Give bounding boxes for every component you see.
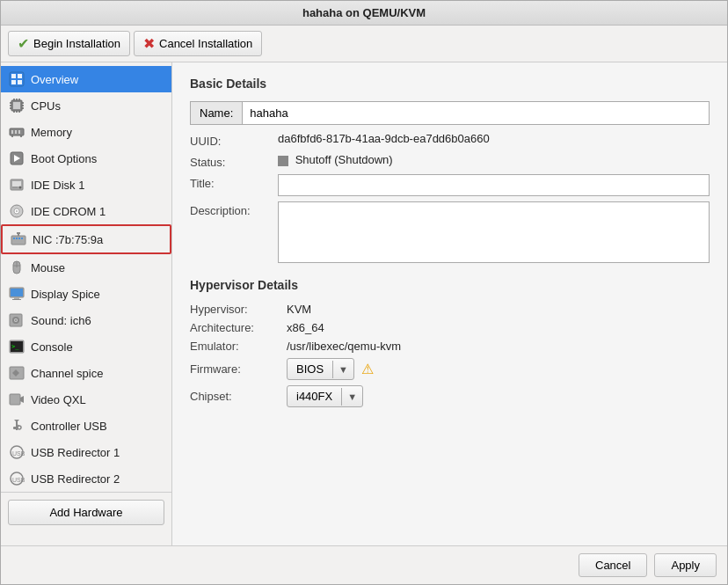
main-content: Overview <box>1 62 727 545</box>
description-label: Description: <box>190 201 278 217</box>
description-input[interactable] <box>278 201 710 263</box>
sidebar-item-memory[interactable]: Memory <box>1 119 171 145</box>
sidebar-item-memory-label: Memory <box>31 126 72 139</box>
detail-panel: Basic Details Name: UUID: da6fbfd6-817b-… <box>172 62 727 545</box>
channel-icon <box>8 364 25 382</box>
sidebar-item-controller-usb[interactable]: Controller USB <box>1 413 171 439</box>
add-hardware-button[interactable]: Add Hardware <box>8 500 164 525</box>
hypervisor-grid: Hypervisor: KVM Architecture: x86_64 Emu… <box>190 303 710 407</box>
sidebar-item-display-spice[interactable]: Display Spice <box>1 281 171 307</box>
sidebar-item-mouse[interactable]: Mouse <box>1 254 171 281</box>
video-icon <box>8 391 25 408</box>
sidebar-item-sound-ich6-label: Sound: ich6 <box>31 314 91 327</box>
overview-icon <box>8 70 25 88</box>
apply-button-label: Apply <box>671 559 700 572</box>
sidebar-item-sound-ich6[interactable]: Sound: ich6 <box>1 307 171 333</box>
mouse-icon <box>8 259 25 276</box>
sidebar-item-usb-redirector-1-label: USB Redirector 1 <box>31 446 120 459</box>
svg-rect-46 <box>12 299 21 300</box>
title-row: Title: <box>190 174 710 196</box>
svg-text:USB: USB <box>12 477 25 483</box>
toolbar: ✔ Begin Installation ✖ Cancel Installati… <box>1 26 727 62</box>
apply-button[interactable]: Apply <box>654 553 717 577</box>
sidebar-item-video-qxl[interactable]: Video QXL <box>1 386 171 413</box>
sidebar-item-ide-cdrom-1[interactable]: IDE CDROM 1 <box>1 198 171 224</box>
usb-redirect-1-icon: USB <box>8 443 25 461</box>
cancel-button[interactable]: Cancel <box>579 553 647 577</box>
cancel-installation-label: Cancel Installation <box>159 37 252 50</box>
sidebar-item-ide-cdrom-1-label: IDE CDROM 1 <box>31 205 106 218</box>
usb-icon <box>8 417 25 435</box>
uuid-label: UUID: <box>190 132 278 148</box>
cancel-installation-button[interactable]: ✖ Cancel Installation <box>134 31 262 56</box>
svg-rect-34 <box>11 236 25 245</box>
sidebar-item-usb-redirector-2[interactable]: USB USB Redirector 2 <box>1 465 171 492</box>
sidebar-item-boot-options-label: Boot Options <box>31 152 97 165</box>
sidebar-item-display-spice-label: Display Spice <box>31 288 100 301</box>
begin-installation-label: Begin Installation <box>33 37 120 50</box>
section-divider: Hypervisor Details <box>190 278 710 292</box>
title-input[interactable] <box>278 174 710 196</box>
chipset-select[interactable]: i440FX ▼ <box>287 385 363 407</box>
svg-rect-55 <box>10 394 20 405</box>
architecture-value: x86_64 <box>287 321 710 334</box>
window-title: hahaha on QEMU/KVM <box>302 6 426 19</box>
svg-text:USB: USB <box>12 450 25 457</box>
description-row: Description: <box>190 201 710 266</box>
svg-rect-40 <box>17 232 20 234</box>
title-bar: hahaha on QEMU/KVM <box>1 1 727 26</box>
sidebar-item-channel-spice[interactable]: Channel spice <box>1 360 171 386</box>
architecture-label: Architecture: <box>190 321 287 334</box>
svg-point-60 <box>18 426 21 429</box>
svg-point-50 <box>15 319 17 321</box>
sidebar-item-console-label: Console <box>31 340 73 354</box>
sidebar-item-cpus[interactable]: CPUs <box>1 92 171 119</box>
svg-rect-28 <box>12 181 21 186</box>
svg-text:>_: >_ <box>11 343 19 350</box>
memory-icon <box>8 123 25 141</box>
sidebar-item-channel-spice-label: Channel spice <box>31 367 103 380</box>
chipset-label: Chipset: <box>190 390 287 403</box>
sidebar-item-nic-label: NIC :7b:75:9a <box>33 233 103 246</box>
sidebar-item-overview-label: Overview <box>31 73 78 86</box>
emulator-label: Emulator: <box>190 340 287 353</box>
check-icon: ✔ <box>18 35 29 52</box>
svg-rect-59 <box>13 427 17 429</box>
hypervisor-value: KVM <box>287 303 710 316</box>
uuid-row: UUID: da6fbfd6-817b-41aa-9dcb-ea7dd6b0a6… <box>190 132 710 148</box>
sidebar-item-nic[interactable]: NIC :7b:75:9a <box>1 224 171 254</box>
sidebar-item-usb-redirector-2-label: USB Redirector 2 <box>31 472 120 486</box>
svg-rect-4 <box>18 80 22 84</box>
nic-icon <box>10 230 27 248</box>
chipset-select-text: i440FX <box>288 386 341 406</box>
title-label: Title: <box>190 174 278 190</box>
sidebar-item-console[interactable]: >_ Console <box>1 333 171 360</box>
svg-rect-36 <box>16 238 18 239</box>
firmware-dropdown-arrow-icon: ▼ <box>332 361 353 378</box>
svg-rect-20 <box>11 130 13 134</box>
cancel-icon: ✖ <box>143 35 155 52</box>
sidebar-item-overview[interactable]: Overview <box>1 66 171 92</box>
sidebar-item-usb-redirector-1[interactable]: USB USB Redirector 1 <box>1 439 171 465</box>
begin-installation-button[interactable]: ✔ Begin Installation <box>8 31 130 56</box>
name-input[interactable] <box>243 102 709 124</box>
basic-details-title: Basic Details <box>190 77 710 91</box>
firmware-select[interactable]: BIOS ▼ <box>287 358 354 380</box>
add-hardware-label: Add Hardware <box>49 506 122 519</box>
svg-rect-6 <box>13 102 20 109</box>
cdrom-icon <box>8 202 25 220</box>
sidebar-item-ide-disk-1[interactable]: IDE Disk 1 <box>1 172 171 198</box>
status-label: Status: <box>190 153 278 169</box>
name-label: Name: <box>191 102 243 124</box>
boot-icon <box>8 150 25 167</box>
usb-redirect-2-icon: USB <box>8 470 25 487</box>
sidebar-item-boot-options[interactable]: Boot Options <box>1 145 171 172</box>
sidebar-footer: Add Hardware <box>1 492 171 532</box>
hypervisor-label: Hypervisor: <box>190 303 287 316</box>
sound-icon <box>8 311 25 329</box>
firmware-label: Firmware: <box>190 362 287 376</box>
sidebar-item-ide-disk-1-label: IDE Disk 1 <box>31 179 84 192</box>
status-indicator-icon <box>278 156 288 166</box>
chipset-dropdown-arrow-icon: ▼ <box>341 388 362 406</box>
svg-point-33 <box>16 210 18 212</box>
